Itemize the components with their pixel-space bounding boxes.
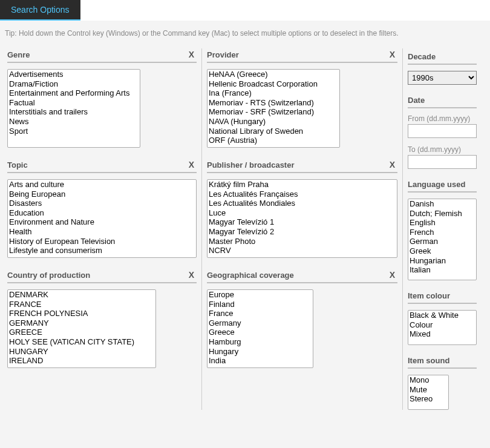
list-item[interactable]: Les Actualités Mondiales — [207, 199, 397, 208]
list-item[interactable]: Magyar Televízió 1 — [207, 217, 397, 227]
list-item[interactable]: National Library of Sweden — [207, 127, 339, 136]
colour-title: Item colour — [408, 290, 477, 304]
list-item[interactable]: ORF (Austria) — [207, 136, 339, 145]
filter-topic: Topic X Arts and cultureBeing EuropeanDi… — [7, 159, 197, 258]
list-item[interactable]: GERMANY — [8, 318, 155, 328]
filter-publisher-clear[interactable]: X — [387, 160, 397, 170]
list-item[interactable]: French — [408, 228, 476, 237]
filter-publisher: Publisher / broadcaster X Krátký film Pr… — [207, 159, 397, 258]
list-item[interactable]: Memoriav - RTS (Switzerland) — [207, 98, 339, 108]
filter-geo-clear[interactable]: X — [387, 270, 397, 280]
list-item[interactable]: Ina (France) — [207, 88, 339, 98]
list-item[interactable]: News — [8, 117, 140, 127]
list-item[interactable]: Les Actualités Françaises — [207, 189, 397, 199]
list-item[interactable]: Italian — [408, 265, 476, 275]
list-item[interactable]: Factual — [8, 98, 140, 108]
list-item[interactable]: Krátký film Praha — [207, 180, 397, 189]
list-item[interactable]: France — [207, 309, 313, 318]
list-item[interactable]: Magyar Televízió 2 — [207, 227, 397, 237]
filter-topic-title: Topic — [7, 160, 28, 170]
list-item[interactable]: FRENCH POLYNESIA — [8, 309, 155, 318]
list-item[interactable]: Master Photo — [207, 237, 397, 246]
list-item[interactable]: Memoriav - SRF (Switzerland) — [207, 107, 339, 117]
filter-topic-clear[interactable]: X — [186, 160, 197, 170]
date-to-input[interactable] — [408, 155, 477, 169]
filter-publisher-select[interactable]: Krátký film PrahaLes Actualités Français… — [207, 179, 397, 258]
list-item[interactable]: HUNGARY — [8, 347, 155, 357]
list-item[interactable]: Entertainment and Performing Arts — [8, 88, 140, 98]
list-item[interactable]: IRELAND — [8, 356, 155, 366]
list-item[interactable]: Health — [8, 227, 196, 237]
filter-country-title: Country of production — [7, 271, 90, 280]
list-item[interactable]: Environment and Nature — [8, 217, 196, 227]
list-item[interactable]: India — [207, 356, 313, 366]
list-item[interactable]: DENMARK — [8, 290, 155, 300]
filter-provider-title: Provider — [207, 50, 239, 59]
list-item[interactable]: Finland — [207, 300, 313, 309]
filter-genre-title: Genre — [7, 50, 30, 59]
list-item[interactable]: HOLY SEE (VATICAN CITY STATE) — [8, 337, 155, 347]
filter-topic-select[interactable]: Arts and cultureBeing EuropeanDisastersE… — [7, 179, 197, 258]
date-to-label: To (dd.mm.yyyy) — [408, 145, 477, 154]
list-item[interactable]: Sport — [8, 127, 140, 136]
filter-country: Country of production X DENMARKFRANCEFRE… — [7, 269, 197, 368]
list-item[interactable]: Mute — [408, 385, 448, 395]
filter-geo-title: Geographical coverage — [207, 271, 294, 280]
list-item[interactable]: Lifestyle and consumerism — [8, 246, 196, 255]
date-from-input[interactable] — [408, 124, 477, 138]
list-item[interactable]: German — [408, 237, 476, 246]
list-item[interactable]: Greek — [408, 246, 476, 256]
column-right: Decade 1990s Date From (dd.mm.yyyy) To (… — [403, 48, 482, 410]
list-item[interactable]: Arts and culture — [8, 180, 196, 189]
list-item[interactable]: HeNAA (Greece) — [207, 70, 339, 79]
list-item[interactable]: Dutch; Flemish — [408, 209, 476, 219]
column-middle: Provider X HeNAA (Greece)Hellenic Broadc… — [202, 48, 403, 410]
filter-country-select[interactable]: DENMARKFRANCEFRENCH POLYNESIAGERMANYGREE… — [7, 289, 156, 368]
list-item[interactable]: Greece — [207, 328, 313, 337]
list-item[interactable]: Hungary — [207, 347, 313, 357]
filter-geo-select[interactable]: EuropeFinlandFranceGermanyGreeceHamburgH… — [207, 289, 313, 368]
list-item[interactable]: Hungarian — [408, 256, 476, 266]
list-item[interactable]: Danish — [408, 199, 476, 209]
sound-select[interactable]: MonoMuteStereo — [408, 375, 449, 410]
list-item[interactable]: FRANCE — [8, 300, 155, 309]
list-item[interactable]: Mono — [408, 375, 448, 385]
sound-title: Item sound — [408, 355, 477, 369]
list-item[interactable]: Colour — [408, 320, 476, 330]
tip-text: Tip: Hold down the Control key (Windows)… — [0, 21, 490, 48]
filter-genre: Genre X AdvertisementsDrama/FictionEnter… — [7, 48, 197, 148]
list-item[interactable]: History of European Television — [8, 237, 196, 246]
list-item[interactable]: Hamburg — [207, 337, 313, 347]
list-item[interactable]: GREECE — [8, 328, 155, 337]
list-item[interactable]: Drama/Fiction — [8, 79, 140, 89]
list-item[interactable]: Interstitials and trailers — [8, 107, 140, 117]
list-item[interactable]: Hellenic Broadcast Corporation — [207, 79, 339, 89]
filter-provider-select[interactable]: HeNAA (Greece)Hellenic Broadcast Corpora… — [207, 69, 340, 148]
list-item[interactable]: Europe — [207, 290, 313, 300]
filter-genre-select[interactable]: AdvertisementsDrama/FictionEntertainment… — [7, 69, 140, 148]
list-item[interactable]: Stereo — [408, 394, 448, 404]
list-item[interactable]: Being European — [8, 189, 196, 199]
list-item[interactable]: Germany — [207, 318, 313, 328]
language-select[interactable]: DanishDutch; FlemishEnglishFrenchGermanG… — [408, 199, 477, 280]
tab-search-options[interactable]: Search Options — [0, 0, 80, 21]
list-item[interactable]: Black & White — [408, 311, 476, 320]
list-item[interactable]: Luce — [207, 208, 397, 218]
list-item[interactable]: Mixed — [408, 329, 476, 339]
filter-country-clear[interactable]: X — [186, 270, 197, 280]
filter-geo: Geographical coverage X EuropeFinlandFra… — [207, 269, 397, 368]
filter-publisher-title: Publisher / broadcaster — [207, 160, 295, 170]
colour-select[interactable]: Black & WhiteColourMixed — [408, 310, 477, 345]
decade-select[interactable]: 1990s — [408, 71, 477, 85]
language-title: Language used — [408, 179, 477, 193]
list-item[interactable]: Advertisements — [8, 70, 140, 79]
decade-title: Decade — [408, 51, 477, 65]
list-item[interactable]: Disasters — [8, 199, 196, 208]
tab-bar: Search Options — [0, 0, 490, 21]
list-item[interactable]: English — [408, 218, 476, 228]
filter-provider-clear[interactable]: X — [387, 50, 397, 59]
list-item[interactable]: Education — [8, 208, 196, 218]
list-item[interactable]: NCRV — [207, 246, 397, 255]
list-item[interactable]: NAVA (Hungary) — [207, 117, 339, 127]
filter-genre-clear[interactable]: X — [186, 50, 197, 59]
